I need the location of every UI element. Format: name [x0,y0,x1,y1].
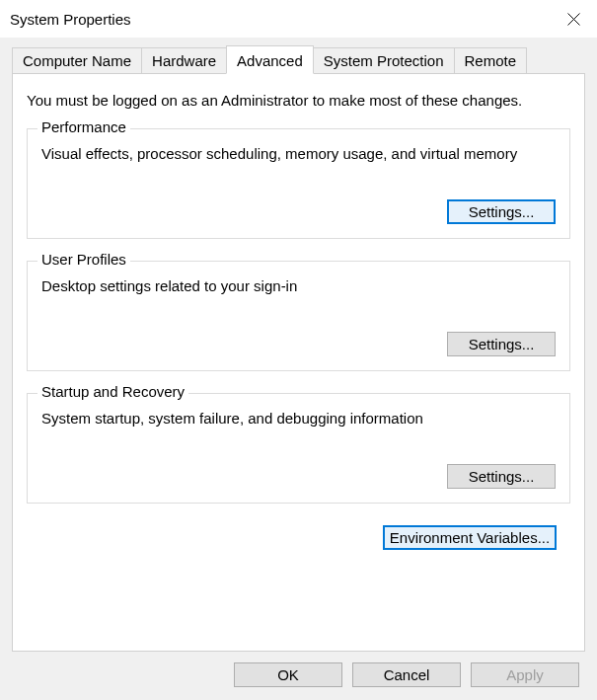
tab-system-protection[interactable]: System Protection [313,47,455,73]
environment-variables-button[interactable]: Environment Variables... [383,525,557,550]
tabstrip: Computer Name Hardware Advanced System P… [12,47,585,73]
performance-group: Performance Visual effects, processor sc… [27,128,570,239]
tab-advanced[interactable]: Advanced [226,45,314,74]
performance-settings-button[interactable]: Settings... [447,199,556,224]
dialog-content: Computer Name Hardware Advanced System P… [0,38,597,700]
performance-desc: Visual effects, processor scheduling, me… [41,145,556,162]
dialog-footer: OK Cancel Apply [0,649,597,700]
tabpage-advanced: You must be logged on as an Administrato… [12,73,585,652]
tab-computer-name[interactable]: Computer Name [12,47,142,73]
startup-recovery-settings-button[interactable]: Settings... [447,464,556,489]
window-title: System Properties [10,11,131,28]
user-profiles-group: User Profiles Desktop settings related t… [27,261,570,371]
startup-recovery-desc: System startup, system failure, and debu… [41,410,556,427]
apply-button[interactable]: Apply [471,662,579,687]
user-profiles-desc: Desktop settings related to your sign-in [41,277,556,294]
startup-recovery-legend: Startup and Recovery [37,383,188,400]
close-button[interactable] [552,3,595,35]
ok-button[interactable]: OK [234,662,342,687]
startup-recovery-group: Startup and Recovery System startup, sys… [27,393,570,504]
user-profiles-settings-button[interactable]: Settings... [447,332,556,356]
user-profiles-legend: User Profiles [37,251,130,268]
performance-legend: Performance [37,118,130,135]
intro-text: You must be logged on as an Administrato… [27,92,570,109]
tab-remote[interactable]: Remote [454,47,528,73]
close-icon [567,13,580,26]
tab-hardware[interactable]: Hardware [141,47,227,73]
titlebar: System Properties [0,0,597,38]
cancel-button[interactable]: Cancel [352,662,461,687]
